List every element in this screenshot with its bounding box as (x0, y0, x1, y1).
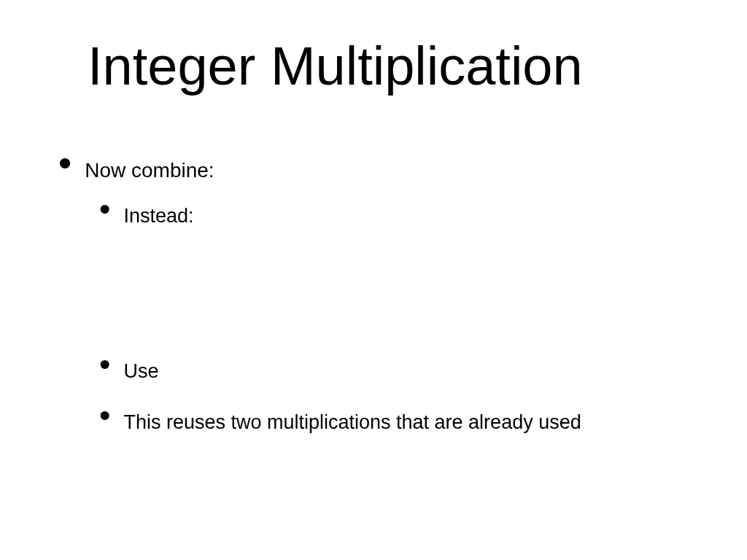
bullet-text: Use (123, 360, 158, 383)
bullet-reuses: • This reuses two multiplications that a… (99, 408, 581, 434)
slide-title: Integer Multiplication (88, 35, 583, 97)
bullet-use: • Use (99, 357, 158, 383)
bullet-text: This reuses two multiplications that are… (123, 411, 581, 434)
bullet-dot-icon: • (99, 406, 110, 425)
bullet-dot-icon: • (58, 152, 71, 174)
bullet-dot-icon: • (99, 200, 110, 219)
bullet-text: Instead: (123, 205, 193, 228)
bullet-instead: • Instead: (99, 202, 193, 228)
bullet-dot-icon: • (99, 355, 110, 374)
bullet-now-combine: • Now combine: (58, 153, 214, 182)
bullet-text: Now combine: (85, 159, 214, 182)
